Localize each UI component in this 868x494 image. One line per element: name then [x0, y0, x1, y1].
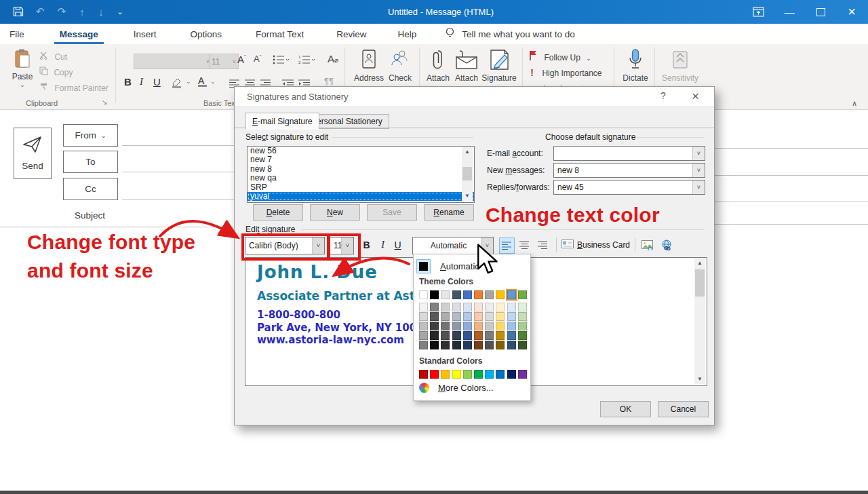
color-swatch[interactable] [474, 303, 483, 311]
bold-icon[interactable]: B [124, 76, 132, 88]
color-swatch[interactable] [441, 322, 450, 330]
to-field-line[interactable] [122, 172, 234, 172]
email-account-combo[interactable]: ˅ [553, 146, 705, 161]
format-painter-button[interactable]: Format Painter [39, 81, 108, 94]
tab-insert[interactable]: Insert [124, 24, 166, 44]
color-swatch[interactable] [496, 290, 505, 299]
color-swatch[interactable] [474, 312, 483, 321]
color-swatch[interactable] [463, 303, 472, 311]
color-swatch[interactable] [430, 341, 439, 349]
color-swatch[interactable] [452, 322, 461, 330]
color-swatch[interactable] [507, 312, 516, 321]
attach-item-button[interactable]: Attach [452, 49, 481, 73]
collapse-ribbon-icon[interactable]: ∧ [852, 99, 857, 108]
numbering-icon[interactable]: 12 [298, 55, 315, 67]
color-swatch[interactable] [452, 312, 461, 321]
scroll-down-icon[interactable]: ▼ [462, 191, 473, 201]
sensitivity-button[interactable]: Sensitivity [661, 49, 699, 72]
signature-list-item[interactable]: SRP [248, 183, 474, 192]
grow-font-icon[interactable]: Aˆ [237, 54, 246, 65]
color-swatch[interactable] [452, 303, 461, 311]
color-swatch[interactable] [430, 303, 439, 311]
tab-review[interactable]: Review [327, 24, 376, 44]
color-swatch[interactable] [474, 290, 483, 299]
check-names-button[interactable]: Check [385, 49, 415, 72]
color-swatch[interactable] [485, 341, 494, 349]
color-swatch[interactable] [419, 370, 428, 379]
scroll-up-icon[interactable]: ▲ [694, 258, 705, 268]
color-swatch[interactable] [441, 370, 450, 379]
color-swatch[interactable] [507, 290, 516, 299]
scroll-down-icon[interactable]: ▼ [694, 374, 705, 384]
tell-me-box[interactable]: Tell me what you want to do [445, 27, 575, 41]
save-icon[interactable] [9, 3, 27, 20]
color-swatch[interactable] [430, 331, 439, 340]
dialog-close-button[interactable]: × [692, 89, 699, 104]
color-swatch[interactable] [430, 322, 439, 330]
color-swatch[interactable] [463, 341, 472, 349]
color-swatch[interactable] [419, 290, 428, 299]
color-swatch[interactable] [419, 341, 428, 349]
color-swatch[interactable] [507, 322, 516, 330]
scrollbar-thumb[interactable] [695, 269, 705, 297]
sig-underline-icon[interactable]: U [391, 238, 405, 252]
color-swatch[interactable] [496, 370, 505, 379]
new-button[interactable]: New [310, 204, 360, 221]
color-swatch[interactable] [474, 370, 483, 379]
sig-italic-icon[interactable]: I [376, 238, 390, 252]
color-swatch[interactable] [463, 312, 472, 321]
color-swatch[interactable] [518, 331, 527, 340]
color-swatch[interactable] [419, 322, 428, 330]
color-swatch[interactable] [419, 312, 428, 321]
color-swatch[interactable] [419, 331, 428, 340]
copy-button[interactable]: Copy [39, 66, 73, 78]
ok-button[interactable]: OK [600, 401, 651, 417]
color-swatch[interactable] [430, 312, 439, 321]
dialog-help-button[interactable]: ? [660, 90, 666, 101]
dictate-button[interactable]: Dictate [620, 49, 650, 73]
color-swatch[interactable] [507, 303, 516, 311]
signature-list-item[interactable]: new 8 [248, 165, 474, 174]
insert-hyperlink-icon[interactable] [659, 238, 673, 252]
color-swatch[interactable] [485, 370, 494, 379]
highlighter-chevron-icon[interactable]: ⌄ [186, 78, 191, 85]
signature-list-item[interactable]: new 56 [248, 147, 474, 155]
sig-bold-icon[interactable]: B [359, 238, 374, 252]
font-color-chevron-icon[interactable]: ⌄ [210, 78, 216, 85]
italic-icon[interactable]: I [140, 76, 143, 88]
color-swatch[interactable] [485, 331, 494, 340]
more-colors-item[interactable]: More Colors... [419, 383, 494, 393]
color-swatch[interactable] [419, 303, 428, 311]
color-swatch[interactable] [430, 290, 439, 299]
color-swatch[interactable] [496, 331, 505, 340]
bullets-icon[interactable] [273, 55, 289, 67]
insert-picture-icon[interactable] [640, 238, 654, 252]
color-swatch[interactable] [463, 370, 472, 379]
signature-list-item[interactable]: new qa [248, 174, 474, 183]
cc-button[interactable]: Cc [63, 178, 118, 200]
color-swatch[interactable] [485, 290, 494, 299]
delete-button[interactable]: Delete [253, 204, 303, 221]
sig-align-right-icon[interactable] [536, 238, 550, 252]
move-down-icon[interactable]: ↓ [92, 3, 110, 20]
maximize-button[interactable] [806, 0, 835, 24]
signature-button[interactable]: Signature [479, 49, 519, 73]
clipboard-dialog-launcher-icon[interactable]: ↘ [102, 98, 107, 106]
tab-file[interactable]: File [0, 24, 34, 44]
undo-icon[interactable]: ↶ [31, 3, 49, 20]
paragraph-marks-icon[interactable]: ¶¶ [324, 76, 334, 86]
color-swatch[interactable] [441, 341, 450, 349]
sig-align-center-icon[interactable] [517, 238, 532, 252]
color-swatch[interactable] [518, 370, 527, 379]
underline-icon[interactable]: U [153, 76, 161, 88]
automatic-color-item[interactable]: Automatic [416, 258, 525, 274]
cancel-button[interactable]: Cancel [658, 401, 709, 417]
high-importance-button[interactable]: ! High Importance [530, 66, 602, 79]
font-color-icon[interactable]: A [198, 75, 207, 87]
color-swatch[interactable] [452, 290, 461, 299]
color-swatch[interactable] [441, 331, 450, 340]
replies-forwards-combo[interactable]: new 45˅ [553, 180, 705, 195]
color-swatch[interactable] [496, 303, 505, 311]
color-swatch[interactable] [518, 290, 527, 299]
subject-field-line[interactable] [0, 227, 234, 227]
